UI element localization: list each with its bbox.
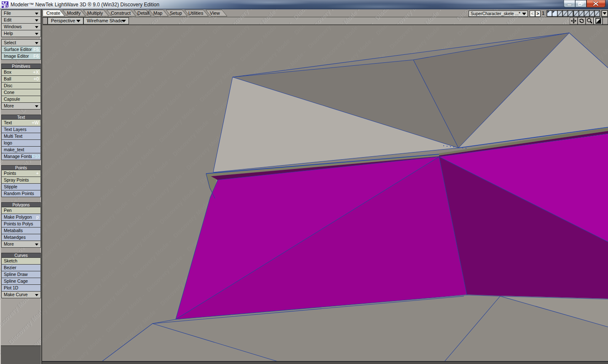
svg-text:Map: Map (153, 11, 162, 16)
svg-text:Setup: Setup (170, 11, 182, 16)
svg-text:Detail: Detail (137, 11, 149, 16)
svg-text:Create: Create (46, 11, 60, 16)
svg-text:Construct: Construct (111, 11, 131, 16)
svg-text:Utilities: Utilities (188, 11, 204, 16)
svg-text:Multiply: Multiply (87, 11, 103, 16)
svg-text:Modify: Modify (67, 11, 81, 16)
svg-text:View: View (210, 11, 220, 16)
